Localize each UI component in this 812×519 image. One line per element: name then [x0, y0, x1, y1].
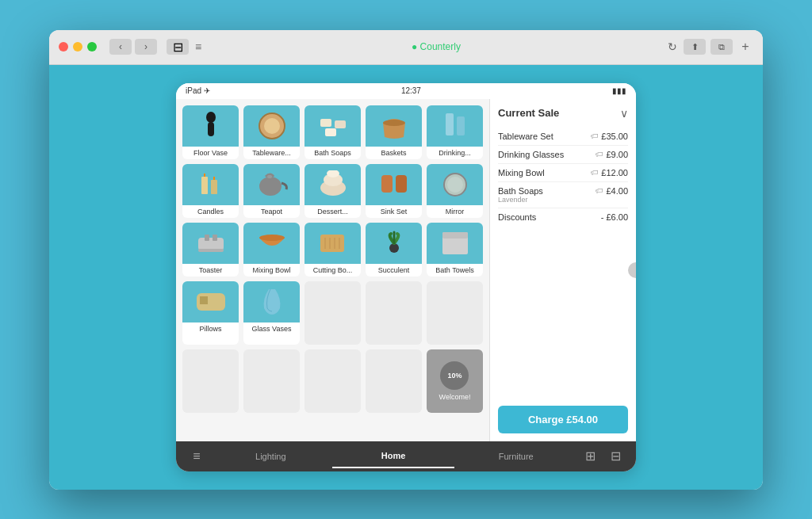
tab-home[interactable]: Home	[332, 445, 455, 468]
refresh-button[interactable]: ↻	[668, 40, 677, 53]
calc-view-button[interactable]: ⊟	[603, 444, 628, 469]
svg-point-7	[383, 120, 405, 126]
grid-view-button[interactable]: ⊞	[577, 444, 603, 469]
svg-rect-9	[457, 116, 465, 135]
discount-label: Discounts	[498, 212, 536, 222]
empty-slot-2	[366, 281, 422, 345]
empty-slot-1	[304, 281, 361, 345]
welcome-badge-item[interactable]: 10% Welcome!	[427, 349, 483, 413]
svg-rect-15	[267, 175, 272, 178]
product-baskets[interactable]: Baskets	[366, 105, 422, 159]
product-label: Baskets	[379, 147, 408, 159]
empty-slot-7	[366, 349, 422, 413]
discount-row: Discounts - £6.00	[498, 208, 628, 226]
product-label: Glass Vases	[251, 322, 293, 335]
product-img	[427, 164, 483, 205]
product-label: Candles	[196, 205, 225, 218]
sale-title: Current Sale	[498, 107, 559, 119]
chevron-down-icon[interactable]: ∨	[620, 107, 628, 120]
product-img	[182, 105, 239, 147]
product-label: Pillows	[197, 322, 223, 335]
charge-button[interactable]: Charge £54.00	[498, 406, 628, 433]
product-label: Toaster	[197, 264, 224, 277]
svg-rect-8	[446, 113, 454, 135]
forward-button[interactable]: ›	[135, 39, 157, 55]
svg-point-22	[447, 177, 463, 193]
product-drinking-glasses[interactable]: Drinking...	[427, 105, 483, 159]
share-button[interactable]: ⬆	[684, 39, 706, 55]
product-grid: Floor Vase Tableware... Ba	[182, 105, 483, 413]
product-sink-set[interactable]: Sink Set	[366, 164, 422, 218]
svg-rect-25	[213, 235, 217, 241]
back-button[interactable]: ‹	[109, 39, 132, 55]
item-price: 🏷 £4.00	[596, 186, 628, 196]
svg-rect-1	[208, 122, 214, 136]
product-img	[243, 281, 300, 322]
product-teapot[interactable]: Teapot	[243, 164, 300, 218]
svg-rect-23	[198, 238, 224, 250]
nav-buttons: ‹ ›	[109, 39, 157, 55]
address-bar[interactable]: ≡ ● Counterly ↻	[195, 41, 677, 52]
product-img	[182, 281, 239, 322]
tag-icon: 🏷	[591, 168, 599, 177]
product-img	[366, 105, 422, 147]
product-pillows[interactable]: Pillows	[182, 281, 239, 345]
maximize-button[interactable]	[87, 42, 97, 52]
tag-icon: 🏷	[591, 132, 599, 140]
product-img	[366, 164, 422, 205]
product-img	[304, 164, 361, 205]
product-tableware[interactable]: Tableware...	[243, 105, 300, 159]
new-tab-button[interactable]: +	[737, 39, 753, 55]
sale-items-list: Tableware Set 🏷 £35.00 Drinking Glasses …	[498, 128, 628, 399]
svg-rect-11	[211, 180, 217, 194]
product-grid-container: Floor Vase Tableware... Ba	[176, 99, 489, 441]
sale-item-bath-soaps: Bath Soaps Lavender 🏷 £4.00	[498, 182, 628, 208]
product-floor-vase[interactable]: Floor Vase	[182, 105, 239, 159]
product-img	[304, 105, 361, 147]
status-left: iPad ✈	[186, 86, 210, 95]
item-name: Drinking Glasses	[498, 150, 596, 159]
product-label: Cutting Bo...	[312, 264, 354, 277]
status-time: 12:37	[401, 86, 421, 95]
item-name: Bath Soaps	[498, 186, 596, 196]
url-display: ● Counterly	[412, 41, 461, 52]
product-toaster[interactable]: Toaster	[182, 223, 239, 277]
svg-rect-37	[200, 296, 208, 304]
menu-icon-button[interactable]: ≡	[184, 444, 209, 469]
product-succulent[interactable]: Succulent	[366, 223, 422, 277]
sale-header: Current Sale ∨	[498, 107, 628, 120]
product-dessert[interactable]: Dessert...	[304, 164, 361, 218]
tab-lighting[interactable]: Lighting	[209, 445, 332, 467]
discount-value: - £6.00	[601, 212, 628, 222]
product-mirror[interactable]: Mirror	[427, 164, 483, 218]
product-mixing-bowl[interactable]: Mixing Bowl	[243, 223, 300, 277]
browser-content: iPad ✈ 12:37 ▮▮▮	[49, 65, 763, 490]
minimize-button[interactable]	[73, 42, 82, 52]
tab-furniture[interactable]: Furniture	[454, 445, 577, 467]
product-cutting-board[interactable]: Cutting Bo...	[304, 223, 361, 277]
product-bath-towels[interactable]: Bath Towels	[427, 223, 483, 277]
product-label: Bath Towels	[434, 264, 475, 277]
product-img	[304, 223, 361, 264]
empty-slot-4	[182, 349, 239, 413]
item-price: 🏷 £35.00	[591, 132, 628, 141]
product-candles[interactable]: Candles	[182, 164, 239, 218]
traffic-lights	[59, 42, 97, 52]
sidebar-toggle[interactable]: ⊟	[167, 39, 189, 55]
duplicate-button[interactable]: ⧉	[710, 39, 733, 55]
browser-chrome: ‹ › ⊟ ≡ ● Counterly ↻ ⬆ ⧉ +	[49, 30, 763, 65]
product-img	[427, 105, 483, 147]
close-button[interactable]	[59, 42, 68, 52]
tag-icon: 🏷	[596, 150, 603, 158]
svg-point-14	[259, 177, 282, 196]
status-right: ▮▮▮	[612, 86, 626, 95]
welcome-label: Welcome!	[439, 393, 471, 401]
sale-item-mixing-bowl: Mixing Bowl 🏷 £12.00	[498, 164, 628, 182]
product-bath-soaps[interactable]: Bath Soaps	[304, 105, 361, 159]
browser-actions: ⬆ ⧉ +	[684, 39, 753, 55]
product-glass-vases[interactable]: Glass Vases	[243, 281, 300, 345]
sale-panel: Current Sale ∨ Tableware Set 🏷 £35.00	[489, 99, 636, 441]
product-label: Mirror	[444, 205, 466, 218]
tag-icon: 🏷	[596, 186, 603, 195]
product-label: Drinking...	[437, 147, 473, 159]
